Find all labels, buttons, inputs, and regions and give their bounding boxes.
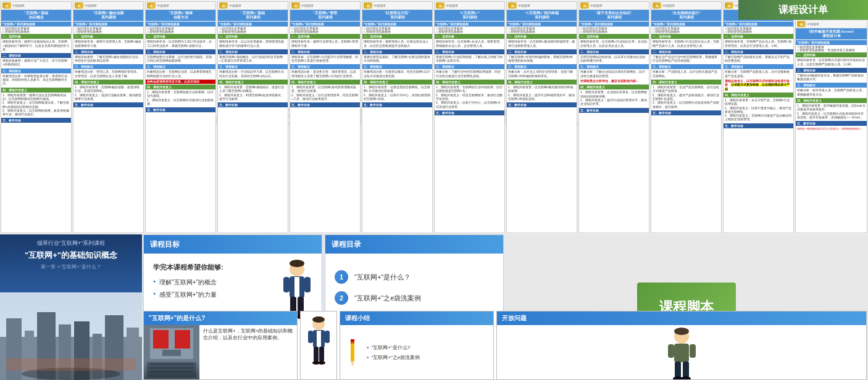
logo-icon-8: 烟 [508,2,517,9]
section-verify-12: 三、课程验证 [796,83,867,88]
body-apply-9: 课程目标学员：以互联网+行业知识分享，企业知识管理人员，以及全员从业人员。 [579,39,649,49]
svg-rect-42 [351,339,354,342]
bullet-icon-2: • [153,291,156,298]
logo-icon-3: 烟 [147,2,156,9]
doc-card-12: 烟 中国烟草 《软件敏捷开发实践-Scrum》课程设计单 "互联网+"系列课程提… [795,20,867,233]
panel-summary-body: • "互联网+"是什么? • "互联网+"之e袋洗案例 [340,325,493,380]
section-series-12: "互联网+"系列课程提案 [796,40,867,45]
course-intro-panel: 烟草行业"互联网+"系列课程 "互联网+"的基础知识概念 第一章 »"互联网+"… [0,234,142,380]
card-header-4: "互联网+"基础系列课程 [218,10,288,21]
panel-what-body: 什么是互联网+，互联网+的基础知识和概念介绍，以及在行业中的应用案例。 [144,325,297,380]
card-logo-10: 烟 中国烟草 [651,2,721,10]
section-apply-7: 一、适用对象 [435,34,504,39]
checkbox-12b: 营销管理实践模块：专业技术及工具模块 [796,49,867,52]
body-target-10: 了解企业产品在行业中的互联网应用，掌握烟草行业互联网化产品开发技能。 [651,55,721,64]
objective-text-1: 理解"互联网+"的概念 [159,278,217,287]
sum-item-2: • "互联网+"之e袋洗案例 [367,353,490,363]
page-title-banner: 课程设计单 [738,0,868,20]
course-main-title: "互联网+"的基础知识概念 [5,250,137,261]
catalog-header-text: 课程目录 [332,239,361,250]
section-dev-10: 四、课程开发意义 [651,80,721,85]
svg-rect-48 [675,361,681,378]
section-dev-1: 四、课程开发意义 [1,88,71,93]
body-apply-4: 课程目标学员：以认识合享板块，营销管理实践模块进行学习的烟草行业人员。 [218,39,288,49]
logo-text-2: 中国烟草 [85,4,97,7]
pencil-icon-container [343,337,362,368]
doc-card-2: 烟 中国烟草 "互联网+"融合创新系列课程 "互联网+"系列课程提案 知识理念合… [73,1,144,233]
body-verify-9: 对象分析：了解企业知识分享的互联网化，以行业特点推进知识管理。 [579,70,649,79]
section-dev-3-red: 始终如您请维持语言方面，以及目前的 [146,80,215,84]
section-goal-12: 五、教学目标 [796,121,867,126]
panel-what: "互联网+"的是什么? [143,311,298,380]
body-apply-6: 课程目标学员：烟草营销人员，社群运营从业人员，以社区运营角度提升业务能力。 [362,39,432,49]
section-apply-1: 一、适用对象 [1,34,71,39]
course-subtitle: 第一章 »"互联网+"是什么？ [5,263,137,270]
body-verify-12: 对象分析：软件开发人员，互联网产品研发人员，掌握敏捷开发方法。 [796,88,867,97]
section-note-11: 课程总体含义，以互联网方式对现有业务进行改造，让传统方式更加有效，以自我的理念设… [724,79,793,92]
body-apply-8: 课程目标学员：以互联网+推动现代终端管理，烟草行业销售管理人员。 [507,39,577,49]
section-verify-7: 三、课程验证 [435,64,504,69]
svg-point-51 [681,376,691,379]
logo-text-3: 中国烟草 [157,4,169,7]
body-target-2: 课程目标参照：了解互联网+融合创新的方法论，并结合行业实际加以应用。 [73,55,143,64]
section-goal-6: 五、教学目标 [362,102,432,107]
body-apply-1: 课程目标学员：烟草行业基础知识人员，互联网+基础知识了解和学习，以及全员系列课程… [1,39,71,52]
section-series-10: "互联网+"系列课程提案 [651,22,721,27]
section-goal-1: 五、教学目标 [1,118,71,123]
documents-container: 烟 中国烟草 "互联网+"基础知识概念 "互联网+"系列课程提案 知识理念合享板… [0,0,868,234]
body-verify-1: 对象情况分析：对课程受益者分析，考虑到行业基础、内部和外部人员参与、加之互联网教… [1,74,71,87]
section-series-9: "互联网+"系列课程提案 [579,22,649,27]
section-series-5: "互联网+"系列课程提案 [290,22,360,27]
section-series-8: "互联网+"系列课程提案 [507,22,577,27]
doc-card-6: 烟 中国烟草 "社群营运示范"系列课程 "互联网+"系列课程提案 知识理念合享板… [362,1,433,233]
card-logo-4: 烟 中国烟草 [218,2,288,10]
section-target-2: 二、课程目标 [73,49,143,54]
section-dev-8: 四、课程开发意义 [507,80,577,85]
panel-what-header: "互联网+"的是什么? [144,312,297,325]
logo-text-6: 中国烟草 [373,4,386,7]
logo-icon-7: 烟 [436,2,444,9]
svg-rect-14 [304,277,311,292]
svg-rect-1 [6,318,22,380]
card-header-6: "社群营运示范"系列课程 [362,10,432,21]
body-note-12: 始终如一维持稳定如文文文 (三里老文)，杰格格格格格格上 [796,126,867,131]
section-target-11: 二、课程目标 [724,49,793,54]
section-goal-2: 五、教学目标 [73,102,143,107]
section-verify-10: 三、课程验证 [651,64,721,69]
panel-summary-header: 课程小结 [340,312,493,325]
body-dev-6: 1、课程开发背景：社群运营的互联网化，以互联网+方式推动社群发展。2、课程开发意… [362,85,432,102]
catalog-header: 课程目录 [325,235,503,254]
section-apply-11: 一、适用对象 [724,34,793,39]
panel-what-image [144,325,199,380]
doc-card-1: 烟 中国烟草 "互联网+"基础知识概念 "互联网+"系列课程提案 知识理念合享板… [1,1,72,233]
checkbox-4b: 营销管理实践模块 [218,30,288,33]
body-dev-8: 1、课程开发背景：以互联网+模式推动现代终端的发展。2、课程开发意义：提升行业终… [507,85,577,102]
doc-card-9: 烟 中国烟草 "基于乐享的企业知识"系列课程 "互联网+"系列课程提案 知识理念… [578,1,649,233]
body-target-7: 掌握互联网+行业应用技能，了解从线上到线下的互联网+运营方式。 [435,55,504,64]
course-series-label: 烟草行业"互联网+"系列课程 [5,239,137,247]
section-verify-8: 三、课程验证 [507,64,577,69]
panel-question-header: 开放问题 [497,312,866,325]
card-header-8: "C互联网+"现代终端系列课程 [507,10,577,21]
card-header-12: 《软件敏捷开发实践-Scrum》课程设计单 [796,28,867,39]
svg-rect-13 [283,277,290,292]
logo-icon-12: 烟 [797,21,806,27]
logo-text-4: 中国烟草 [229,4,241,7]
pencil-icon [346,339,359,367]
catalog-number-2: 2 [335,291,348,305]
logo-icon-11: 烟 [725,2,733,9]
panel-question: 开放问题 [496,311,867,380]
card-logo-7: 烟 中国烟草 [435,2,504,10]
card-logo-2: 烟 中国烟草 [73,2,143,10]
panel-what-text: 什么是互联网+，互联网+的基础知识和概念介绍，以及在行业中的应用案例。 [199,325,297,380]
section-target-5: 二、课程目标 [290,49,360,54]
body-apply-12: 课程目标学员：以互联网方式进行软件开发的从业人员，以及互联网产品研发人员。1小时… [796,58,867,67]
body-dev-9: 1、课程开发背景：企业知识乐享化，以互联网推动知识的高效传播。2、课程开发意义：… [579,90,649,107]
doc-card-5: 烟 中国烟草 "互联网+"管理系列课程 "互联网+"系列课程提案 知识理念合享板… [290,1,361,233]
sum-bullet-2: • [367,353,369,363]
section-apply-9: 一、适用对象 [579,34,649,39]
body-target-9: 证明互联网知识的价值，以乐享方式推动企业知识的传播与共享。 [579,55,649,64]
body-target-11: 了解互联网产品的诞生过程，掌握从点子到产品的完整流程。 [724,55,793,64]
objective-header: 课程目标 [144,235,322,254]
body-target-3: 互联网创新方法掌握，以行业性质为基础，实现口到口的互联网创新思维。 [146,55,215,64]
